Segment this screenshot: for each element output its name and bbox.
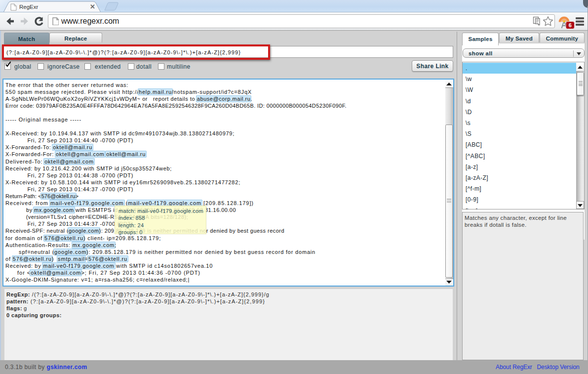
svg-text:6: 6	[569, 22, 572, 28]
